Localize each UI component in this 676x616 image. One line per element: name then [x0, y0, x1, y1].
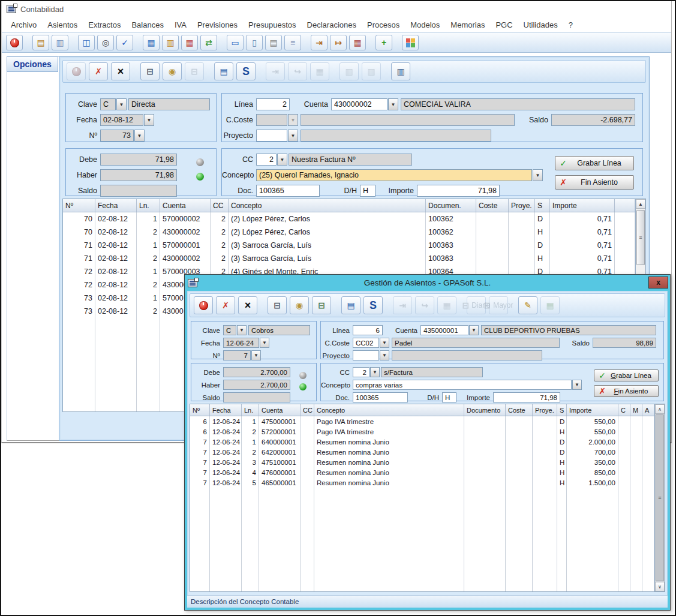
table-row[interactable]: 7002-08-1224300000022(2) López Pérez, Ca…	[63, 226, 635, 239]
fecha-dropdown-icon[interactable]: ▼	[260, 338, 269, 348]
tab-opciones[interactable]: Opciones	[7, 56, 58, 72]
accounts-transfer-icon[interactable]: ▤	[214, 62, 233, 80]
table-row[interactable]: 7102-08-1224300000022(3) Sarroca García,…	[63, 252, 635, 265]
proyecto-dropdown-icon[interactable]: ▼	[380, 350, 389, 360]
document-icon[interactable]: ▤	[265, 35, 282, 50]
menu-procesos-item[interactable]: Procesos	[362, 19, 405, 31]
menu-modelos-item[interactable]: Modelos	[405, 19, 445, 31]
save-time-icon[interactable]: S	[236, 62, 256, 80]
preview-icon[interactable]: ◉	[163, 62, 182, 80]
menu-asientos-item[interactable]: Asientos	[42, 19, 83, 31]
delete-line-icon[interactable]: ✗	[89, 62, 108, 80]
print-ok-icon[interactable]: ⊟	[312, 296, 331, 314]
cancel-icon[interactable]: ×	[238, 296, 257, 314]
menu-extractos-item[interactable]: Extractos	[83, 19, 126, 31]
table-row[interactable]: 612-06-242572000001Pago IVA trimestreH55…	[190, 426, 654, 437]
scroll-thumb[interactable]: ≡	[656, 414, 664, 581]
copy-pages-icon[interactable]: ▥	[52, 35, 68, 50]
doc-field[interactable]: 100365	[353, 392, 408, 402]
menu-balances-item[interactable]: Balances	[126, 19, 169, 31]
preview-icon[interactable]: ◉	[290, 296, 309, 314]
importe-field[interactable]: 71,98	[417, 185, 500, 197]
front-titlebar[interactable]: Gestión de Asientos - GPASoft S.L. x	[185, 275, 670, 291]
menu-pgc-item[interactable]: PGC	[490, 19, 518, 31]
validate-doc-icon[interactable]: ✓	[116, 35, 133, 50]
close-button[interactable]: x	[648, 277, 668, 289]
ledger-book-icon[interactable]: ▥	[391, 62, 410, 80]
fecha-field[interactable]: 12-06-24	[223, 338, 259, 348]
import-icon[interactable]: ⇥	[311, 35, 328, 50]
numbered-list-icon[interactable]: ≡	[284, 35, 301, 50]
cuenta-dropdown-icon[interactable]: ▼	[388, 98, 398, 110]
menu-presupuestos-item[interactable]: Presupuestos	[243, 19, 302, 31]
proyecto-dropdown-icon[interactable]: ▼	[288, 130, 298, 142]
numero-field[interactable]: 73	[100, 130, 134, 142]
scroll-up-icon[interactable]: ∧	[655, 404, 665, 414]
cc-dropdown-icon[interactable]: ▼	[370, 367, 380, 377]
ccoste-dropdown-icon[interactable]: ▼	[288, 114, 298, 126]
menu-archivo-item[interactable]: Archivo	[5, 19, 42, 31]
delete-line-icon[interactable]: ✗	[216, 296, 235, 314]
export-icon[interactable]: ↦	[330, 35, 347, 50]
table-row[interactable]: 712-06-241640000001Resumen nomina JunioD…	[190, 437, 654, 447]
cc-dropdown-icon[interactable]: ▼	[277, 154, 287, 166]
fecha-dropdown-icon[interactable]: ▼	[144, 114, 154, 126]
scroll-down-icon[interactable]: ∨	[655, 582, 665, 591]
doc-field[interactable]: 100365	[256, 185, 320, 197]
accounts-transfer-icon[interactable]: ▤	[341, 296, 360, 314]
table-chart-icon[interactable]: ▦	[181, 35, 198, 50]
table-row[interactable]: 7102-08-1215700000012(3) Sarroca García,…	[63, 239, 635, 252]
table-row[interactable]: 712-06-244476000001Resumen nomina JunioH…	[190, 467, 654, 477]
cancel-icon[interactable]: ×	[111, 62, 130, 80]
grabar-linea-button[interactable]: ✓ Grabar Línea	[594, 369, 659, 381]
cuenta-code-field[interactable]: 435000001	[420, 325, 468, 335]
save-time-icon[interactable]: S	[363, 296, 383, 314]
new-doc-icon[interactable]: +	[375, 35, 392, 50]
fin-asiento-button[interactable]: ✗ Fin Asiento	[594, 385, 659, 397]
concepto-dropdown-icon[interactable]: ▼	[572, 380, 582, 390]
edit-concept-icon[interactable]: ✎	[518, 296, 537, 314]
menu-declaraciones-item[interactable]: Declaraciones	[302, 19, 362, 31]
cuenta-code-field[interactable]: 430000002	[331, 98, 387, 110]
fecha-field[interactable]: 02-08-12	[100, 114, 143, 126]
linea-field[interactable]: 6	[353, 325, 383, 335]
ccoste-dropdown-icon[interactable]: ▼	[380, 338, 389, 348]
concepto-field[interactable]: compras varias	[353, 380, 572, 390]
importe-field[interactable]: 71,98	[493, 392, 560, 402]
search-table-icon[interactable]: ▦	[143, 35, 160, 50]
scroll-thumb[interactable]: ≡	[636, 210, 645, 265]
concepto-dropdown-icon[interactable]: ▼	[533, 169, 543, 181]
cc-code-field[interactable]: 2	[353, 367, 369, 377]
numero-field[interactable]: 7	[223, 350, 251, 360]
clave-dropdown-icon[interactable]: ▼	[237, 325, 247, 335]
proyecto-code-field[interactable]	[256, 130, 287, 142]
print-icon[interactable]: ⊟	[268, 296, 287, 314]
fin-asiento-button[interactable]: ✗ Fin Asiento	[555, 175, 634, 190]
print-icon[interactable]: ⊟	[140, 62, 160, 80]
concepto-field[interactable]: (25) Querol Famades, Ignacio	[256, 169, 532, 181]
menu-previsiones-item[interactable]: Previsiones	[192, 19, 243, 31]
table-row[interactable]: 712-06-243475100001Resumen nomina JunioH…	[190, 457, 654, 467]
split-view-icon[interactable]: ◫	[78, 35, 95, 50]
menu-utilidades-item[interactable]: Utilidades	[518, 19, 563, 31]
copy-move-icon[interactable]: ⇄	[200, 35, 217, 50]
table-row[interactable]: 712-06-245465000001Resumen nomina JunioH…	[190, 477, 654, 488]
scroll-up-icon[interactable]: ▲	[636, 199, 645, 209]
dh-field[interactable]: H	[360, 185, 375, 197]
ccoste-code-field[interactable]	[256, 114, 287, 126]
search-doc-icon[interactable]: ◎	[97, 35, 114, 50]
grabar-linea-button[interactable]: ✓ Grabar Línea	[555, 156, 634, 170]
menu-iva-item[interactable]: IVA	[169, 19, 192, 31]
dh-field[interactable]: H	[442, 392, 456, 402]
linea-field[interactable]: 2	[256, 98, 290, 110]
power-icon[interactable]	[6, 35, 23, 50]
close-window-icon[interactable]	[194, 296, 213, 314]
ccoste-code-field[interactable]: CC02	[353, 338, 379, 348]
vertical-scrollbar[interactable]: ∧ ≡ ∨	[654, 404, 665, 591]
numero-dropdown-icon[interactable]: ▼	[134, 130, 145, 142]
open-doc-icon[interactable]: ▤	[32, 35, 49, 50]
menu-memorias-item[interactable]: Memorias	[445, 19, 490, 31]
proyecto-code-field[interactable]	[353, 350, 379, 360]
table-row[interactable]: 612-06-241475000001Pago IVA trimestreD55…	[190, 416, 654, 426]
numero-dropdown-icon[interactable]: ▼	[251, 350, 261, 360]
